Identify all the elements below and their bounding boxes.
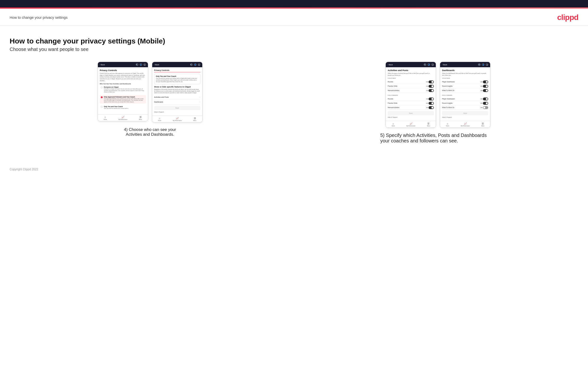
settings-icon[interactable]: ⚙ — [144, 63, 146, 66]
help-support-4: Help & Support — [442, 117, 488, 118]
nav-menu-2[interactable]: ☰ Menu — [193, 117, 197, 121]
info-box: Only You and Your Coach Only you and the… — [154, 74, 200, 84]
nav-home-3[interactable]: ⌂ Home — [391, 122, 395, 126]
radio-dot-everyone — [101, 86, 103, 88]
phone-4-body: Dashboards Select the dashboards that yo… — [440, 67, 490, 120]
footer: Copyright Clippd 2022 — [0, 163, 588, 176]
toggle-dash-coaches-player-switch[interactable] — [483, 80, 488, 83]
nav-home-1[interactable]: ⌂ Home — [104, 116, 107, 120]
toggle-dash-coaches-work: What To Work On ON — [442, 88, 488, 93]
toggle-dash-coaches-player: Player Dashboard ON — [442, 80, 488, 84]
caption-5: 5) Specify which Activities, Posts and D… — [380, 133, 496, 144]
privacy-tab-bar: Privacy Controls — [154, 69, 200, 72]
radio-label-everyone: Everyone on Clippd — [104, 86, 145, 88]
settings-icon-2[interactable]: ⚙ — [198, 63, 200, 66]
toggle-dash-followers-player: Player Dashboard ON — [442, 97, 488, 101]
radio-everyone[interactable]: Everyone on Clippd Everyone on Clippd ca… — [100, 85, 146, 94]
nav-menu-4[interactable]: ☰ Menu — [481, 122, 484, 126]
phone-1-who-section: Who Can See Your Activities and Dashboar… — [100, 83, 146, 84]
toggle-coaches-rounds: Rounds ON — [388, 80, 434, 84]
radio-approved[interactable]: Only Approved Followers and Your Coach O… — [100, 95, 146, 104]
toggle-dash-followers-player-switch[interactable] — [483, 98, 488, 100]
save-btn-4[interactable]: Save — [442, 111, 488, 115]
phone-3-back[interactable]: ‹ Back — [388, 64, 393, 66]
phone-3-header: ‹ Back 🔍 👤 ⚙ — [386, 62, 436, 67]
phone-4-desc: Select the dashboards that you'd like to… — [442, 73, 488, 76]
toggle-followers-rounds-switch[interactable] — [429, 98, 434, 100]
phone-3: ‹ Back 🔍 👤 ⚙ Activities and Posts Select… — [386, 62, 436, 128]
toggle-dash-followers-insights: Round Insights ON — [442, 101, 488, 105]
search-icon-4[interactable]: 🔍 — [478, 63, 481, 66]
phone-2-body: Privacy Controls Only You and Your Coach… — [152, 67, 202, 115]
nav-menu-3[interactable]: ☰ Menu — [427, 122, 430, 126]
save-btn-2[interactable]: Save — [154, 106, 200, 110]
toggle-coaches-rounds-switch[interactable] — [429, 80, 434, 83]
phone-3-section-title: Activities and Posts — [388, 69, 434, 72]
search-icon-2[interactable]: 🔍 — [190, 63, 193, 66]
person-icon-4[interactable]: 👤 — [482, 63, 484, 66]
screenshot-pair-right: ‹ Back 🔍 👤 ⚙ Activities and Posts Select… — [386, 62, 490, 128]
phone-1-body: Privacy Controls Control how you and you… — [98, 67, 148, 113]
radio-only-you[interactable]: Only You and Your Coach Only you and the… — [100, 105, 146, 110]
phone-4: ‹ Back 🔍 👤 ⚙ Dashboards Select the dashb… — [440, 62, 490, 128]
screenshot-group-left: ‹ Back 🔍 👤 ⚙ Privacy Controls Control ho… — [10, 62, 291, 137]
person-icon-2[interactable]: 👤 — [194, 63, 197, 66]
phone-3-desc: Select the types of activity that you'd … — [388, 73, 434, 76]
toggle-dash-coaches-insights-switch[interactable] — [483, 85, 488, 88]
nav-performance-3[interactable]: 📈 My Performance — [406, 122, 415, 126]
toggle-coaches-drills-switch[interactable] — [429, 85, 434, 88]
toggle-dash-followers-insights-switch[interactable] — [483, 102, 488, 105]
toggle-followers-manual-switch[interactable] — [429, 106, 434, 109]
nav-home-4[interactable]: ⌂ Home — [446, 122, 449, 126]
nav-performance-1[interactable]: 📈 My Performance — [119, 116, 128, 120]
copyright: Copyright Clippd 2022 — [10, 168, 38, 171]
main-content: How to change your privacy settings (Mob… — [0, 25, 588, 163]
nav-home-2[interactable]: ⌂ Home — [158, 117, 161, 121]
phone-3-icons: 🔍 👤 ⚙ — [424, 63, 434, 66]
nav-dashboards[interactable]: Dashboards › — [154, 100, 200, 104]
toggle-coaches-drills: Practice Drills ON — [388, 84, 434, 88]
settings-icon-4[interactable]: ⚙ — [486, 63, 488, 66]
phone-4-section-title: Dashboards — [442, 69, 488, 72]
toggle-followers-drills: Practice Drills ON — [388, 101, 434, 105]
phone-1-section-title: Privacy Controls — [100, 69, 146, 72]
toggle-dash-followers-work: What To Work On ON — [442, 105, 488, 110]
phone-1: ‹ Back 🔍 👤 ⚙ Privacy Controls Control ho… — [98, 62, 148, 121]
phone-2-back[interactable]: ‹ Back — [154, 64, 159, 66]
person-icon-3[interactable]: 👤 — [428, 63, 430, 66]
nav-menu-1[interactable]: ☰ Menu — [139, 116, 142, 120]
phone-2-header: ‹ Back 🔍 👤 ⚙ — [152, 62, 202, 67]
person-icon[interactable]: 👤 — [140, 63, 142, 66]
phone-4-back[interactable]: ‹ Back — [442, 64, 447, 66]
phone-1-icons: 🔍 👤 ⚙ — [136, 63, 146, 66]
toggle-dash-followers-work-switch[interactable] — [483, 106, 488, 109]
radio-desc-everyone: Everyone on Clippd can search for you an… — [104, 88, 145, 93]
phone-3-body: Activities and Posts Select the types of… — [386, 67, 436, 120]
phone-3-followers-label: FOLLOWERS — [388, 95, 434, 96]
toggle-followers-manual: Manual Activities ON — [388, 105, 434, 110]
phone-4-followers-label: FOLLOWERS — [442, 95, 488, 96]
page-heading: How to change your privacy settings (Mob… — [10, 37, 578, 45]
top-bar-accent — [0, 8, 588, 9]
phone-1-back[interactable]: ‹ Back — [100, 64, 105, 66]
phone-4-header: ‹ Back 🔍 👤 ⚙ — [440, 62, 490, 67]
radio-dot-approved — [101, 96, 103, 98]
settings-icon-3[interactable]: ⚙ — [432, 63, 434, 66]
screenshots-row: ‹ Back 🔍 👤 ⚙ Privacy Controls Control ho… — [10, 62, 578, 144]
toggle-followers-drills-switch[interactable] — [429, 102, 434, 105]
top-bar — [0, 0, 588, 9]
toggle-dash-coaches-work-switch[interactable] — [483, 89, 488, 92]
search-icon[interactable]: 🔍 — [136, 63, 138, 66]
phone-2-nav: ⌂ Home 📈 My Performance ☰ Menu — [152, 116, 202, 122]
phone-4-nav: ⌂ Home 📈 My Performance ☰ Menu — [440, 121, 490, 127]
toggle-coaches-manual-switch[interactable] — [429, 89, 434, 92]
save-btn-3[interactable]: Save — [388, 111, 434, 115]
screenshot-group-right: ‹ Back 🔍 👤 ⚙ Activities and Posts Select… — [298, 62, 579, 144]
phone-4-icons: 🔍 👤 ⚙ — [478, 63, 488, 66]
nav-activities[interactable]: Activities and Posts › — [154, 95, 200, 100]
nav-performance-2[interactable]: 📈 My Performance — [173, 117, 182, 121]
radio-label-approved: Only Approved Followers and Your Coach — [104, 96, 145, 98]
phone-1-header: ‹ Back 🔍 👤 ⚙ — [98, 62, 148, 67]
nav-performance-4[interactable]: 📈 My Performance — [461, 122, 470, 126]
search-icon-3[interactable]: 🔍 — [424, 63, 426, 66]
